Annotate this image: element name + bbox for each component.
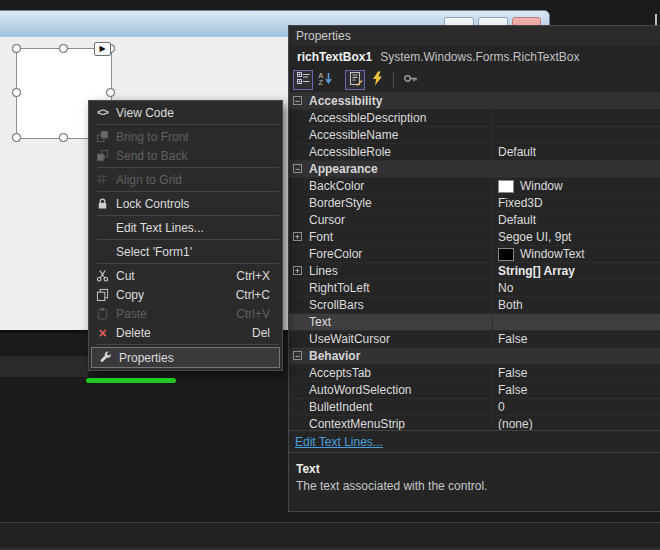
collapse-toggle[interactable]: − bbox=[293, 351, 302, 360]
property-row-righttoleft[interactable]: RightToLeftNo bbox=[289, 280, 660, 297]
lock-icon bbox=[89, 197, 116, 210]
menu-item-select-form1[interactable]: Select 'Form1' bbox=[89, 242, 282, 261]
property-value[interactable] bbox=[492, 110, 660, 126]
property-name: ScrollBars bbox=[289, 297, 492, 313]
expand-toggle[interactable]: + bbox=[293, 266, 302, 275]
description-pane: Text The text associated with the contro… bbox=[289, 452, 660, 493]
property-row-text[interactable]: Text bbox=[289, 314, 660, 331]
selection-handle[interactable] bbox=[106, 88, 115, 97]
menu-item-view-code[interactable]: <>View Code bbox=[89, 103, 282, 122]
property-row-accessiblename[interactable]: AccessibleName bbox=[289, 127, 660, 144]
property-name: Lines bbox=[289, 263, 492, 279]
smart-tag-button[interactable]: ▶ bbox=[94, 42, 111, 56]
property-row-font[interactable]: +FontSegoe UI, 9pt bbox=[289, 229, 660, 246]
property-name: UseWaitCursor bbox=[289, 331, 492, 347]
property-value[interactable]: Both bbox=[492, 297, 660, 313]
menu-item-label: Bring to Front bbox=[116, 130, 270, 144]
selection-handle[interactable] bbox=[12, 88, 21, 97]
collapse-toggle[interactable]: − bbox=[293, 164, 302, 173]
property-value[interactable]: False bbox=[492, 331, 660, 347]
edit-text-lines-link[interactable]: Edit Text Lines... bbox=[295, 435, 383, 449]
property-value[interactable]: Default bbox=[492, 212, 660, 228]
color-swatch bbox=[498, 180, 514, 193]
toolbar-events-button[interactable] bbox=[367, 70, 387, 90]
menu-item-cut[interactable]: CutCtrl+X bbox=[89, 266, 282, 285]
property-value[interactable]: Default bbox=[492, 144, 660, 160]
category-row-accessibility[interactable]: −Accessibility bbox=[289, 93, 660, 110]
property-row-borderstyle[interactable]: BorderStyleFixed3D bbox=[289, 195, 660, 212]
toolbar-properties-button[interactable] bbox=[345, 70, 365, 90]
bring-to-front-icon bbox=[89, 130, 116, 143]
menu-item-label: Paste bbox=[116, 307, 236, 321]
toolbar-property-pages-button[interactable] bbox=[400, 70, 420, 90]
property-row-backcolor[interactable]: BackColorWindow bbox=[289, 178, 660, 195]
category-row-behavior[interactable]: −Behavior bbox=[289, 348, 660, 365]
property-pages-icon bbox=[403, 71, 418, 89]
delete-icon: × bbox=[89, 326, 116, 340]
selection-handle[interactable] bbox=[12, 133, 21, 142]
menu-item-shortcut: Del bbox=[252, 326, 270, 340]
menu-item-properties[interactable]: Properties bbox=[91, 347, 280, 368]
property-value-text: False bbox=[498, 331, 527, 347]
property-name: Accessibility bbox=[289, 93, 492, 109]
property-value[interactable]: 0 bbox=[492, 399, 660, 415]
menu-item-copy[interactable]: CopyCtrl+C bbox=[89, 285, 282, 304]
property-value-text: WindowText bbox=[520, 246, 585, 262]
menu-item-shortcut: Ctrl+C bbox=[236, 288, 270, 302]
svg-text:A: A bbox=[318, 72, 323, 79]
menu-item-label: Send to Back bbox=[116, 149, 270, 163]
property-row-scrollbars[interactable]: ScrollBarsBoth bbox=[289, 297, 660, 314]
menu-item-label: Copy bbox=[116, 288, 236, 302]
wrench-icon bbox=[92, 351, 119, 364]
property-value-text: Segoe UI, 9pt bbox=[498, 229, 571, 245]
property-row-autowordselection[interactable]: AutoWordSelectionFalse bbox=[289, 382, 660, 399]
property-row-acceptstab[interactable]: AcceptsTabFalse bbox=[289, 365, 660, 382]
toolbar-categorized-button[interactable] bbox=[293, 70, 313, 90]
menu-item-delete[interactable]: ×DeleteDel bbox=[89, 323, 282, 342]
property-value[interactable]: WindowText bbox=[492, 246, 660, 262]
property-value-text: False bbox=[498, 382, 527, 398]
property-value[interactable] bbox=[492, 127, 660, 143]
menu-item-label: View Code bbox=[116, 106, 270, 120]
property-row-contextmenustrip[interactable]: ContextMenuStrip(none) bbox=[289, 416, 660, 430]
property-value[interactable]: False bbox=[492, 382, 660, 398]
menu-item-bring-to-front[interactable]: Bring to Front bbox=[89, 127, 282, 146]
property-row-cursor[interactable]: CursorDefault bbox=[289, 212, 660, 229]
menu-item-shortcut: Ctrl+V bbox=[236, 307, 270, 321]
menu-separator bbox=[97, 344, 279, 345]
menu-item-send-to-back[interactable]: Send to Back bbox=[89, 146, 282, 165]
designer-verbs-pane: Edit Text Lines... bbox=[289, 430, 660, 452]
property-value[interactable]: String[] Array bbox=[492, 263, 660, 279]
property-value-text: False bbox=[498, 365, 527, 381]
property-value[interactable] bbox=[492, 314, 660, 330]
menu-item-align-to-grid[interactable]: Align to Grid bbox=[89, 170, 282, 189]
menu-item-edit-text-lines[interactable]: Edit Text Lines... bbox=[89, 218, 282, 237]
selection-handle[interactable] bbox=[59, 133, 68, 142]
property-value[interactable]: Window bbox=[492, 178, 660, 194]
menu-separator bbox=[97, 239, 279, 240]
collapse-toggle[interactable]: − bbox=[293, 96, 302, 105]
selection-handle[interactable] bbox=[12, 44, 21, 53]
property-row-bulletindent[interactable]: BulletIndent0 bbox=[289, 399, 660, 416]
expand-toggle[interactable]: + bbox=[293, 232, 302, 241]
properties-panel: Properties richTextBox1System.Windows.Fo… bbox=[288, 25, 660, 512]
color-swatch bbox=[498, 248, 514, 261]
properties-panel-title[interactable]: Properties bbox=[289, 26, 660, 46]
property-value[interactable]: No bbox=[492, 280, 660, 296]
object-selector[interactable]: richTextBox1System.Windows.Forms.RichTex… bbox=[289, 46, 660, 68]
property-row-usewaitcursor[interactable]: UseWaitCursorFalse bbox=[289, 331, 660, 348]
menu-item-paste[interactable]: PasteCtrl+V bbox=[89, 304, 282, 323]
property-value[interactable]: Fixed3D bbox=[492, 195, 660, 211]
property-value[interactable]: False bbox=[492, 365, 660, 381]
property-row-accessiblerole[interactable]: AccessibleRoleDefault bbox=[289, 144, 660, 161]
property-value[interactable]: (none) bbox=[492, 416, 660, 430]
category-row-appearance[interactable]: −Appearance bbox=[289, 161, 660, 178]
property-row-lines[interactable]: +LinesString[] Array bbox=[289, 263, 660, 280]
property-row-forecolor[interactable]: ForeColorWindowText bbox=[289, 246, 660, 263]
toolbar-alphabetical-button[interactable]: AZ bbox=[315, 70, 335, 90]
property-row-accessibledescription[interactable]: AccessibleDescription bbox=[289, 110, 660, 127]
menu-item-lock-controls[interactable]: Lock Controls bbox=[89, 194, 282, 213]
align-to-grid-icon bbox=[89, 173, 116, 186]
selection-handle[interactable] bbox=[59, 44, 68, 53]
property-value[interactable]: Segoe UI, 9pt bbox=[492, 229, 660, 245]
